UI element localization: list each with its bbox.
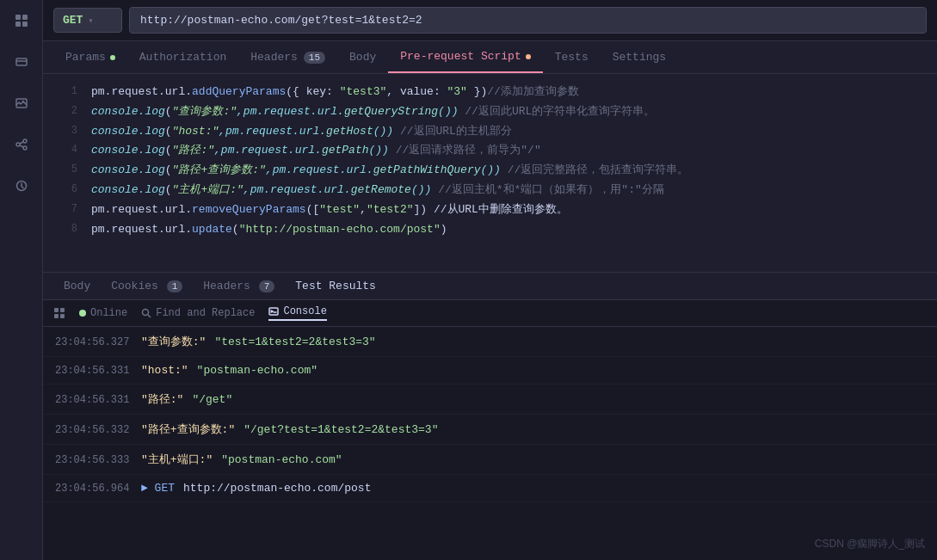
svg-rect-0 bbox=[15, 15, 21, 20]
svg-point-8 bbox=[16, 143, 20, 146]
console-key: "查询参数:" bbox=[141, 334, 206, 349]
response-tabs: Body Cookies 1 Headers 7 Test Results bbox=[43, 272, 937, 300]
svg-rect-1 bbox=[22, 15, 28, 20]
line-content: pm.request.url.update("http://postman-ec… bbox=[91, 221, 927, 239]
code-editor[interactable]: 1pm.request.url.addQueryParams({ key: "t… bbox=[43, 74, 937, 272]
console-label: Console bbox=[283, 305, 326, 317]
console-line: 23:04:56.331"路径:" "/get" bbox=[43, 385, 937, 415]
method-select[interactable]: GET ▾ bbox=[53, 8, 122, 33]
tab-params-label: Params bbox=[65, 51, 106, 64]
console-line: 23:04:56.333"主机+端口:" "postman-echo.com" bbox=[43, 445, 937, 475]
url-bar: GET ▾ bbox=[43, 0, 937, 41]
tab-body-label: Body bbox=[349, 51, 376, 64]
line-content: console.log("路径:",pm.request.url.getPath… bbox=[91, 142, 927, 160]
console-output: 23:04:56.327"查询参数:" "test=1&test2=2&test… bbox=[43, 327, 937, 560]
console-timestamp: 23:04:56.331 bbox=[55, 394, 133, 406]
svg-line-11 bbox=[20, 142, 23, 144]
line-number: 2 bbox=[53, 103, 77, 120]
line-number: 3 bbox=[53, 123, 77, 139]
console-key: "路径:" bbox=[141, 391, 183, 407]
code-line: 7pm.request.url.removeQueryParams(["test… bbox=[43, 200, 937, 220]
grid-bottom-icon[interactable] bbox=[53, 307, 65, 319]
chevron-down-icon: ▾ bbox=[88, 15, 93, 26]
tab-body[interactable]: Body bbox=[337, 42, 388, 72]
svg-line-12 bbox=[20, 145, 23, 147]
svg-rect-17 bbox=[60, 314, 65, 318]
layers-icon[interactable] bbox=[9, 50, 34, 74]
prerequest-dot bbox=[526, 54, 531, 59]
svg-rect-16 bbox=[54, 314, 59, 318]
console-value: "test=1&test2=2&test3=3" bbox=[214, 335, 375, 348]
svg-rect-3 bbox=[22, 22, 28, 27]
watermark: CSDN @瘸脚诗人_测试 bbox=[815, 537, 925, 551]
svg-line-19 bbox=[148, 315, 151, 317]
code-line: 8pm.request.url.update("http://postman-e… bbox=[43, 220, 937, 240]
line-content: pm.request.url.addQueryParams({ key: "te… bbox=[91, 83, 927, 102]
tab-response-headers[interactable]: Headers 7 bbox=[193, 273, 285, 299]
find-replace-button[interactable]: Find and Replace bbox=[141, 307, 255, 319]
tab-settings-label: Settings bbox=[613, 51, 666, 64]
network-icon[interactable] bbox=[9, 132, 34, 157]
bottom-bar: Online Find and Replace Console bbox=[43, 300, 937, 327]
console-value: "/get" bbox=[192, 393, 232, 406]
tab-headers[interactable]: Headers 15 bbox=[238, 42, 337, 72]
svg-rect-4 bbox=[16, 58, 27, 65]
status-online[interactable]: Online bbox=[79, 307, 127, 319]
code-line: 5console.log("路径+查询参数:",pm.request.url.g… bbox=[43, 161, 937, 181]
console-line: 23:04:56.964► GET http://postman-echo.co… bbox=[43, 475, 937, 502]
tab-prerequest[interactable]: Pre-request Script bbox=[388, 41, 542, 73]
tab-settings[interactable]: Settings bbox=[601, 42, 678, 72]
tab-test-results[interactable]: Test Results bbox=[285, 273, 386, 299]
line-number: 5 bbox=[53, 162, 77, 178]
line-content: console.log("查询参数:",pm.request.url.getQu… bbox=[91, 103, 927, 121]
console-line: 23:04:56.331"host:" "postman-echo.com" bbox=[43, 357, 937, 385]
resp-headers-badge: 7 bbox=[259, 280, 275, 292]
tab-tests-label: Tests bbox=[555, 51, 589, 64]
console-value: "/get?test=1&test2=2&test3=3" bbox=[243, 423, 438, 436]
code-line: 6console.log("主机+端口:",pm.request.url.get… bbox=[43, 181, 937, 200]
line-number: 1 bbox=[53, 83, 77, 100]
method-label: GET bbox=[63, 14, 83, 27]
tab-response-cookies[interactable]: Cookies 1 bbox=[101, 273, 193, 299]
url-input[interactable] bbox=[129, 7, 927, 34]
tab-response-body[interactable]: Body bbox=[53, 273, 101, 299]
svg-rect-14 bbox=[54, 308, 59, 312]
line-number: 7 bbox=[53, 201, 77, 218]
code-line: 1pm.request.url.addQueryParams({ key: "t… bbox=[43, 83, 937, 102]
console-timestamp: 23:04:56.964 bbox=[55, 483, 133, 495]
svg-rect-2 bbox=[15, 22, 21, 27]
image-icon[interactable] bbox=[9, 91, 34, 115]
console-button[interactable]: Console bbox=[268, 305, 326, 321]
line-content: console.log("host:",pm.request.url.getHo… bbox=[91, 123, 927, 141]
console-timestamp: 23:04:56.327 bbox=[55, 336, 133, 348]
svg-rect-20 bbox=[269, 308, 278, 315]
console-value: "postman-echo.com" bbox=[221, 453, 342, 466]
console-value: http://postman-echo.com/post bbox=[183, 482, 371, 495]
grid-icon[interactable] bbox=[9, 9, 34, 33]
svg-point-7 bbox=[22, 101, 23, 102]
request-tabs: Params Authorization Headers 15 Body Pre… bbox=[43, 41, 937, 74]
headers-badge: 15 bbox=[304, 52, 325, 64]
tab-params[interactable]: Params bbox=[53, 42, 127, 72]
code-line: 3console.log("host:",pm.request.url.getH… bbox=[43, 122, 937, 142]
sidebar bbox=[0, 0, 43, 560]
svg-point-9 bbox=[23, 139, 27, 143]
tab-authorization[interactable]: Authorization bbox=[127, 42, 238, 72]
history-icon[interactable] bbox=[9, 174, 34, 198]
svg-point-10 bbox=[23, 146, 27, 150]
line-content: console.log("路径+查询参数:",pm.request.url.ge… bbox=[91, 162, 927, 180]
console-value: "postman-echo.com" bbox=[197, 364, 317, 377]
cookies-badge: 1 bbox=[167, 280, 183, 292]
console-line: 23:04:56.332"路径+查询参数:" "/get?test=1&test… bbox=[43, 415, 937, 445]
console-key: "host:" bbox=[141, 364, 188, 377]
svg-rect-15 bbox=[60, 308, 65, 312]
status-label: Online bbox=[90, 307, 127, 319]
tab-prerequest-label: Pre-request Script bbox=[400, 50, 521, 63]
line-content: console.log("主机+端口:",pm.request.url.getR… bbox=[91, 182, 927, 200]
find-replace-label: Find and Replace bbox=[156, 307, 255, 319]
line-number: 6 bbox=[53, 182, 77, 198]
tab-headers-label: Headers bbox=[250, 51, 298, 64]
console-timestamp: 23:04:56.332 bbox=[55, 424, 133, 436]
main-panel: GET ▾ Params Authorization Headers 15 Bo… bbox=[43, 0, 937, 560]
tab-tests[interactable]: Tests bbox=[543, 42, 601, 72]
